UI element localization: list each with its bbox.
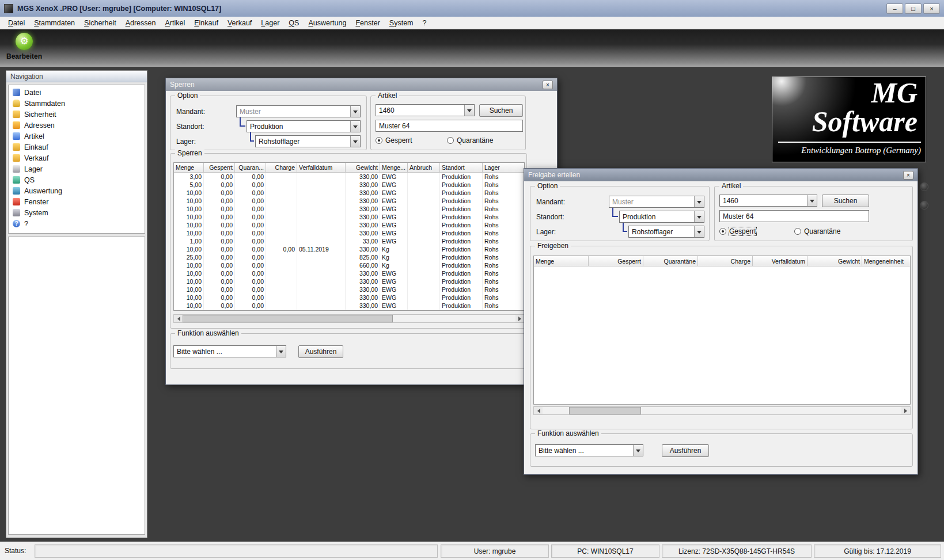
menu-item-artikel[interactable]: Artikel — [160, 18, 189, 28]
sidebar-item-auswertung[interactable]: Auswertung — [9, 185, 145, 196]
sperren-titlebar[interactable]: Sperren × — [166, 78, 557, 91]
sidebar-item-qs[interactable]: QS — [9, 174, 145, 185]
freigeben-table[interactable]: MengeGesperrtQuarantäneChargeVerfalldatu… — [533, 256, 911, 405]
app-titlebar[interactable]: MGS XenoX .PRO [User: mgrube] [Computer:… — [0, 0, 944, 17]
column-header-gewicht[interactable]: Gewicht — [807, 256, 862, 266]
dropdown-arrow-icon[interactable] — [694, 196, 704, 207]
table-row[interactable]: 10,000,000,00660,00KgProduktionRohs — [174, 261, 524, 269]
column-header-quaran[interactable]: Quaran... — [235, 163, 266, 172]
sidebar-item-stammdaten[interactable]: Stammdaten — [9, 98, 145, 109]
table-row[interactable]: 10,000,000,00330,00EWGProduktionRohs — [174, 285, 524, 294]
column-header-gesperrt[interactable]: Gesperrt — [204, 163, 235, 172]
column-header-verfalldatum[interactable]: Verfalldatum — [297, 163, 346, 172]
artikel-nr-select[interactable]: 1460 — [719, 195, 817, 207]
dropdown-arrow-icon[interactable] — [807, 195, 817, 206]
menu-item-item[interactable]: ? — [418, 18, 431, 28]
mandant-select[interactable]: Muster — [609, 196, 704, 208]
sidebar-item-system[interactable]: System — [9, 207, 145, 218]
menu-item-lager[interactable]: Lager — [256, 18, 284, 28]
artikel-nr-select[interactable]: 1460 — [376, 104, 475, 116]
lager-select[interactable]: Rohstofflager — [628, 226, 704, 238]
menu-item-system[interactable]: System — [385, 18, 418, 28]
scroll-left-icon[interactable] — [174, 315, 183, 322]
sidebar-item-einkauf[interactable]: Einkauf — [9, 142, 145, 153]
sidebar-item-datei[interactable]: Datei — [9, 87, 145, 98]
sidebar-item-verkauf[interactable]: Verkauf — [9, 153, 145, 163]
column-header-standort[interactable]: Standort — [440, 163, 483, 172]
menu-item-sicherheit[interactable]: Sicherheit — [79, 18, 121, 28]
table-row[interactable]: 10,000,000,00330,00EWGProduktionRohs — [174, 221, 524, 229]
scroll-left-icon[interactable] — [534, 407, 543, 414]
funktion-select[interactable]: Bitte wählen ... — [535, 444, 643, 456]
column-header-lager[interactable]: Lager — [483, 163, 525, 172]
table-row[interactable]: 10,000,000,00330,00EWGProduktionRohs — [174, 229, 524, 237]
suchen-button[interactable]: Suchen — [822, 195, 869, 207]
dropdown-arrow-icon[interactable] — [694, 211, 704, 222]
maximize-button[interactable]: □ — [905, 3, 922, 14]
minimize-button[interactable]: – — [886, 3, 903, 14]
ausfuehren-button[interactable]: Ausführen — [298, 345, 343, 358]
dropdown-arrow-icon[interactable] — [350, 121, 360, 132]
lager-select[interactable]: Rohstofflager — [255, 135, 361, 147]
menu-item-verkauf[interactable]: Verkauf — [223, 18, 256, 28]
sidebar-item-adressen[interactable]: Adressen — [9, 120, 145, 131]
table-row[interactable]: 25,000,000,00825,00KgProduktionRohs — [174, 253, 524, 261]
sidebar-item-sicherheit[interactable]: Sicherheit — [9, 109, 145, 120]
menu-item-auswertung[interactable]: Auswertung — [304, 18, 351, 28]
scroll-right-icon[interactable] — [515, 315, 524, 322]
column-header-gesperrt[interactable]: Gesperrt — [589, 256, 643, 266]
menu-item-stammdaten[interactable]: Stammdaten — [29, 18, 79, 28]
suchen-button[interactable]: Suchen — [479, 104, 523, 117]
scroll-right-icon[interactable] — [901, 407, 910, 414]
dropdown-arrow-icon[interactable] — [694, 226, 704, 237]
mandant-select[interactable]: Muster — [236, 105, 361, 117]
table-row[interactable]: 10,000,000,00330,00EWGProduktionRohs — [174, 205, 524, 213]
sperren-hscrollbar[interactable] — [173, 314, 525, 323]
table-row[interactable]: 10,000,000,00330,00EWGProduktionRohs — [174, 302, 524, 310]
column-header-verfalldatum[interactable]: Verfalldatum — [753, 256, 807, 266]
close-button[interactable]: × — [923, 3, 940, 14]
scroll-track[interactable] — [183, 315, 515, 322]
table-row[interactable]: 1,000,000,0033,00EWGProduktionRohs — [174, 237, 524, 245]
menu-item-qs[interactable]: QS — [284, 18, 304, 28]
column-header-charge[interactable]: Charge — [698, 256, 753, 266]
gesperrt-radio[interactable]: Gesperrt — [376, 136, 412, 144]
dropdown-arrow-icon[interactable] — [350, 136, 360, 147]
dropdown-arrow-icon[interactable] — [633, 445, 643, 456]
column-header-mengeneinheit[interactable]: Mengeneinheit — [862, 256, 911, 266]
table-row[interactable]: 10,000,000,00330,00EWGProduktionRohs — [174, 277, 524, 285]
sidebar-item-artikel[interactable]: Artikel — [9, 131, 145, 142]
table-row[interactable]: 10,000,000,00330,00EWGProduktionRohs — [174, 269, 524, 277]
sidebar-item-lager[interactable]: Lager — [9, 163, 145, 174]
column-header-gewicht[interactable]: Gewicht — [346, 163, 380, 172]
menu-item-einkauf[interactable]: Einkauf — [189, 18, 223, 28]
column-header-menge[interactable]: Menge — [534, 256, 589, 266]
table-row[interactable]: 5,000,000,00330,00EWGProduktionRohs — [174, 181, 524, 189]
table-row[interactable]: 10,000,000,00330,00EWGProduktionRohs — [174, 189, 524, 197]
dropdown-arrow-icon[interactable] — [276, 346, 286, 357]
column-header-menge[interactable]: Menge... — [380, 163, 408, 172]
bearbeiten-button[interactable]: ⚙ Bearbeiten — [6, 32, 43, 65]
table-row[interactable]: 10,000,000,00330,00EWGProduktionRohs — [174, 213, 524, 221]
column-header-anbruch[interactable]: Anbruch — [408, 163, 440, 172]
dropdown-arrow-icon[interactable] — [464, 105, 474, 116]
standort-select[interactable]: Produktion — [619, 211, 704, 223]
freigabe-close-button[interactable]: × — [903, 171, 913, 180]
scroll-thumb[interactable] — [569, 407, 641, 414]
quarantaene-radio[interactable]: Quarantäne — [447, 136, 493, 144]
table-row[interactable]: 10,000,000,00330,00EWGProduktionRohs — [174, 197, 524, 205]
table-row[interactable]: 3,000,000,00330,00EWGProduktionRohs — [174, 173, 524, 181]
table-row[interactable]: 10,000,000,000,0005.11.2019330,00KgProdu… — [174, 245, 524, 253]
sidebar-item-fenster[interactable]: Fenster — [9, 196, 145, 207]
sperren-close-button[interactable]: × — [543, 81, 553, 89]
artikel-name-field[interactable]: Muster 64 — [719, 210, 869, 222]
gesperrt-radio[interactable]: Gesperrt — [719, 227, 756, 235]
freigabe-titlebar[interactable]: Freigabe erteilen × — [524, 169, 918, 181]
dropdown-arrow-icon[interactable] — [350, 106, 360, 117]
column-header-charge[interactable]: Charge — [266, 163, 297, 172]
menu-item-adressen[interactable]: Adressen — [121, 18, 161, 28]
menu-item-datei[interactable]: Datei — [3, 18, 29, 28]
sidebar-item-item[interactable]: ? — [9, 218, 145, 229]
column-header-menge[interactable]: Menge — [174, 163, 204, 172]
freigeben-hscrollbar[interactable] — [533, 406, 911, 415]
